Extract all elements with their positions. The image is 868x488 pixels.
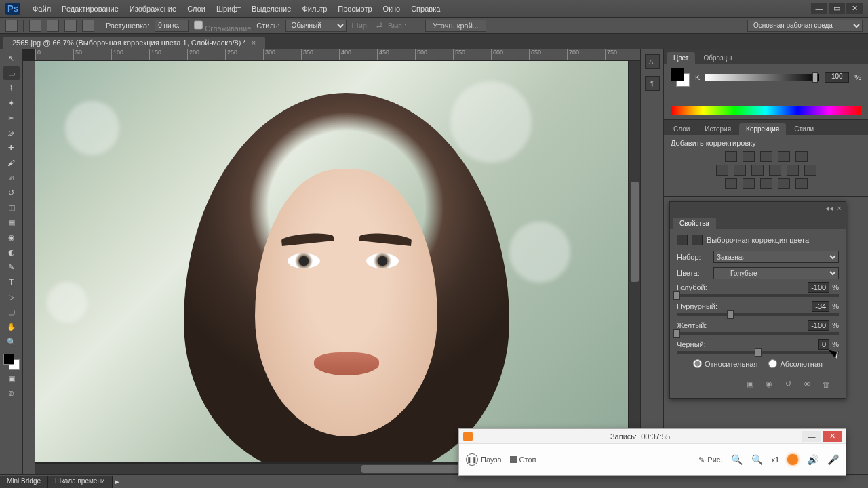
adj-channelmixer-icon[interactable]: [787, 165, 799, 176]
mode-relative[interactable]: Относительная: [693, 359, 757, 368]
screenmode-toggle[interactable]: ⎚: [3, 386, 20, 400]
adj-colorbalance-icon[interactable]: [734, 165, 746, 176]
adj-gradientmap-icon[interactable]: [778, 178, 790, 189]
slider-track[interactable]: [677, 313, 839, 316]
character-panel-icon[interactable]: A|: [645, 54, 660, 69]
crop-tool[interactable]: ✂: [3, 111, 20, 125]
selection-intersect-icon[interactable]: [82, 20, 94, 32]
minimize-button[interactable]: —: [811, 3, 827, 14]
slider-track[interactable]: [677, 294, 839, 297]
adj-threshold-icon[interactable]: [760, 178, 772, 189]
panel-close-icon[interactable]: ×: [837, 204, 842, 212]
document-tab[interactable]: 2565.jpg @ 66,7% (Выборочная коррекция ц…: [3, 37, 265, 49]
refine-edge-button[interactable]: Уточн. край...: [425, 20, 486, 32]
color-swatches[interactable]: [3, 354, 20, 370]
workspace-select[interactable]: Основная рабочая среда: [747, 20, 863, 32]
mode-absolute[interactable]: Абсолютная: [768, 359, 823, 368]
adj-invert-icon[interactable]: [725, 178, 737, 189]
eraser-tool[interactable]: ◫: [3, 201, 20, 214]
pen-tool[interactable]: ✎: [3, 260, 20, 274]
maximize-button[interactable]: ▭: [829, 3, 845, 14]
adj-posterize-icon[interactable]: [743, 178, 755, 189]
adj-photofilter-icon[interactable]: [769, 165, 781, 176]
volume-icon[interactable]: 🔊: [806, 453, 818, 466]
selection-subtract-icon[interactable]: [64, 20, 77, 32]
mask-icon[interactable]: [692, 235, 703, 245]
menu-edit[interactable]: Редактирование: [56, 2, 124, 16]
adj-levels-icon[interactable]: [743, 151, 755, 162]
hand-tool[interactable]: ✋: [3, 320, 20, 333]
close-button[interactable]: ✕: [846, 3, 863, 14]
feather-input[interactable]: [155, 20, 189, 32]
colors-select[interactable]: Голубые: [713, 267, 839, 279]
selection-new-icon[interactable]: [29, 20, 41, 32]
tab-minibridge[interactable]: Mini Bridge: [0, 476, 48, 488]
adj-exposure-icon[interactable]: [778, 151, 790, 162]
quickmask-toggle[interactable]: ▣: [3, 371, 20, 385]
adj-curves-icon[interactable]: [760, 151, 772, 162]
tab-properties[interactable]: Свойства: [673, 218, 716, 229]
menu-image[interactable]: Изображение: [124, 2, 182, 16]
menu-type[interactable]: Шрифт: [211, 2, 246, 16]
adj-colorlookup-icon[interactable]: [804, 165, 816, 176]
magic-wand-tool[interactable]: ✦: [3, 96, 20, 110]
marquee-tool[interactable]: ▭: [3, 66, 20, 80]
adj-bw-icon[interactable]: [751, 165, 764, 176]
blur-tool[interactable]: ◉: [3, 230, 20, 244]
move-tool[interactable]: ↖: [3, 52, 20, 65]
paragraph-panel-icon[interactable]: ¶: [645, 76, 660, 91]
pause-button[interactable]: ❚❚Пауза: [466, 453, 502, 466]
menu-select[interactable]: Выделение: [246, 2, 296, 16]
clip-to-layer-icon[interactable]: ▣: [744, 379, 756, 390]
adj-vibrance-icon[interactable]: [795, 151, 808, 162]
slider-track[interactable]: [677, 351, 839, 354]
type-tool[interactable]: T: [3, 275, 20, 289]
menu-file[interactable]: Файл: [27, 2, 56, 16]
adj-brightness-icon[interactable]: [725, 151, 737, 162]
k-slider[interactable]: [705, 74, 819, 81]
k-value[interactable]: 100: [825, 72, 849, 83]
mic-icon[interactable]: 🎤: [827, 453, 839, 466]
preset-select[interactable]: Заказная: [713, 251, 839, 263]
zoom-tool[interactable]: 🔍: [3, 335, 20, 348]
path-select-tool[interactable]: ▷: [3, 290, 20, 304]
stamp-tool[interactable]: ⎚: [3, 171, 20, 184]
slider-track[interactable]: [677, 332, 839, 335]
slider-value[interactable]: -34: [812, 301, 829, 312]
panel-collapse-icon[interactable]: ◂◂: [825, 204, 833, 213]
recorder-close[interactable]: ✕: [823, 431, 842, 442]
menu-layer[interactable]: Слои: [182, 2, 211, 16]
brush-tool[interactable]: 🖌: [3, 156, 20, 169]
zoom-out-icon[interactable]: 🔍: [751, 453, 763, 466]
tab-timeline[interactable]: Шкала времени: [48, 476, 112, 488]
menu-view[interactable]: Просмотр: [332, 2, 377, 16]
zoom-in-icon[interactable]: 🔍: [730, 453, 743, 466]
color-ramp[interactable]: [671, 106, 861, 115]
healing-tool[interactable]: ✚: [3, 141, 20, 155]
gradient-tool[interactable]: ▤: [3, 216, 20, 229]
slider-value[interactable]: -100: [808, 320, 829, 331]
canvas[interactable]: [35, 61, 628, 462]
style-select[interactable]: Обычный: [285, 20, 347, 32]
tab-layers[interactable]: Слои: [667, 123, 696, 135]
menu-help[interactable]: Справка: [406, 2, 446, 16]
screen-recorder-window[interactable]: Запись: 00:07:55 — ✕ ❚❚Пауза Стоп ✎Рис. …: [458, 428, 846, 476]
tool-preset-icon[interactable]: [5, 20, 18, 32]
tab-swatches[interactable]: Образцы: [696, 52, 738, 64]
dodge-tool[interactable]: ◐: [3, 245, 20, 259]
selection-add-icon[interactable]: [47, 20, 59, 32]
tab-color[interactable]: Цвет: [667, 52, 695, 64]
stop-button[interactable]: Стоп: [510, 455, 536, 464]
slider-value[interactable]: 0: [818, 339, 829, 350]
adj-selectivecolor-icon[interactable]: [795, 178, 808, 189]
visibility-icon[interactable]: 👁: [801, 379, 813, 390]
menu-filter[interactable]: Фильтр: [296, 2, 332, 16]
close-tab-icon[interactable]: ×: [252, 39, 256, 47]
menu-window[interactable]: Окно: [378, 2, 406, 16]
tab-adjustments[interactable]: Коррекция: [739, 123, 786, 135]
view-previous-icon[interactable]: ◉: [763, 379, 775, 390]
lasso-tool[interactable]: ⌇: [3, 81, 20, 95]
color-swatch[interactable]: [671, 68, 690, 87]
draw-button[interactable]: ✎Рис.: [698, 455, 722, 464]
reset-icon[interactable]: ↺: [782, 379, 794, 390]
